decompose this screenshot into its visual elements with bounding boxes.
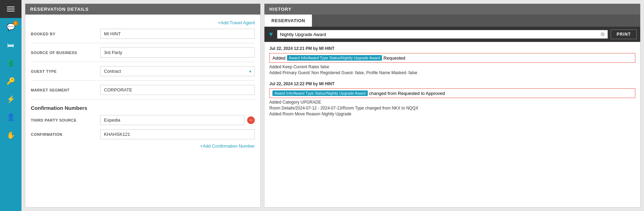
source-of-business-label: SOURCE OF BUSINESS [31, 51, 100, 55]
sidebar-item-keys[interactable]: 🔑 [0, 72, 21, 90]
reservation-details-header: RESERVATION DETAILS [25, 4, 260, 15]
person-icon: 👤 [7, 113, 15, 121]
sidebar-item-hand[interactable]: ✋ [0, 126, 21, 144]
history-body: Jul 22, 2024 12:21 PM by MI HINT Added A… [264, 42, 640, 207]
add-travel-agent-section: +Add Travel Agent [31, 20, 255, 25]
sidebar: 💬 1 🛏 💲 🔑 ⚡ 👤 ✋ [0, 0, 21, 211]
guest-type-value: Contract [100, 66, 255, 76]
market-segment-label: MARKET SEGMENT [31, 88, 100, 92]
history-entry-2-line-1: Added Category UPGRADE [269, 100, 635, 105]
main-content: RESERVATION DETAILS +Add Travel Agent BO… [21, 0, 644, 211]
history-filter-bar: ▼ ⊗ PRINT [264, 27, 640, 42]
history-tabs: RESERVATION [264, 15, 640, 27]
booked-by-label: BOOKED BY [31, 32, 100, 36]
add-confirmation-section: +Add Confirmation Number [31, 143, 255, 149]
history-entry-1-prefix: Added [272, 55, 286, 61]
guest-type-label: GUEST TYPE [31, 69, 100, 73]
history-entry-1-box: Added Award Info/Award Type Status/Night… [269, 53, 635, 63]
booked-by-input[interactable] [100, 29, 255, 39]
history-entry-2: Jul 22, 2024 12:22 PM by MI HINT Award I… [269, 81, 635, 116]
history-entry-1-tag: Award Info/Award Type Status/Nightly Upg… [287, 55, 382, 61]
lightning-icon: ⚡ [7, 95, 15, 103]
history-entry-2-line-2: Room Details/2024-07-12 - 2024-07-13/Roo… [269, 106, 635, 111]
guest-type-select[interactable]: Contract [100, 66, 255, 76]
third-party-source-label: THIRD PARTY SOURCE [31, 118, 100, 122]
history-entry-2-suffix: changed from Requested to Approved [369, 91, 445, 96]
confirmation-numbers-title: Confirmation Numbers [31, 105, 255, 111]
booked-by-row: BOOKED BY [31, 29, 255, 43]
filter-input-wrap: ⊗ [277, 30, 608, 39]
market-segment-input[interactable] [100, 85, 255, 95]
history-entry-1-line-2: Added Primary Guest/ Non Registered Gues… [269, 70, 635, 75]
history-entry-2-box: Award Info/Award Type Status/Nightly Upg… [269, 88, 635, 98]
reservation-panel-body: +Add Travel Agent BOOKED BY SOURCE OF BU… [25, 15, 260, 207]
history-entry-2-header: Jul 22, 2024 12:22 PM by MI HINT [269, 81, 635, 86]
history-entry-1-suffix: Requested [383, 55, 405, 61]
sidebar-item-billing[interactable]: 💲 [0, 54, 21, 72]
sidebar-item-alerts[interactable]: ⚡ [0, 90, 21, 108]
booked-by-value [100, 29, 255, 39]
hand-icon: ✋ [7, 131, 15, 139]
key-icon: 🔑 [7, 77, 15, 85]
market-segment-row: MARKET SEGMENT [31, 85, 255, 99]
confirmation-row: CONFIRMATION [31, 129, 255, 139]
history-entry-1-header: Jul 22, 2024 12:21 PM by MI HINT [269, 46, 635, 51]
add-travel-agent-link[interactable]: +Add Travel Agent [218, 20, 255, 25]
tab-reservation[interactable]: RESERVATION [264, 15, 312, 27]
third-party-source-input-wrap: − [100, 115, 255, 125]
add-confirmation-link[interactable]: +Add Confirmation Number [200, 143, 255, 149]
history-entry-2-line-3: Added Room Move Reason Nightly Upgrade [269, 112, 635, 116]
source-of-business-input[interactable] [100, 47, 255, 58]
tab-other[interactable] [312, 15, 326, 27]
reservation-panel: RESERVATION DETAILS +Add Travel Agent BO… [25, 3, 261, 208]
history-header: HISTORY [264, 4, 640, 15]
filter-clear-button[interactable]: ⊗ [600, 32, 605, 37]
source-of-business-row: SOURCE OF BUSINESS [31, 47, 255, 62]
history-entry-2-tag: Award Info/Award Type Status/Nightly Upg… [272, 90, 368, 96]
history-entry-1-line-1: Added Keep Current Rates false [269, 64, 635, 69]
history-entry-1: Jul 22, 2024 12:21 PM by MI HINT Added A… [269, 46, 635, 75]
sidebar-item-chat[interactable]: 💬 1 [0, 18, 21, 36]
bed-icon: 🛏 [7, 41, 14, 49]
sidebar-item-reservations[interactable]: 🛏 [0, 36, 21, 54]
third-party-source-input[interactable] [100, 115, 244, 125]
print-button[interactable]: PRINT [611, 29, 637, 39]
confirmation-input[interactable] [100, 129, 255, 139]
market-segment-value [100, 85, 255, 95]
guest-type-row: GUEST TYPE Contract [31, 66, 255, 81]
filter-input[interactable] [280, 32, 598, 37]
chat-badge: 1 [13, 21, 18, 26]
remove-third-party-button[interactable]: − [247, 116, 255, 124]
guest-type-select-wrapper: Contract [100, 66, 255, 76]
hamburger-icon [7, 7, 15, 11]
source-of-business-value [100, 47, 255, 58]
history-panel: HISTORY RESERVATION ▼ ⊗ PRINT Jul 22, 20… [264, 3, 641, 208]
sidebar-item-profile[interactable]: 👤 [0, 108, 21, 126]
dollar-icon: 💲 [7, 59, 15, 67]
third-party-source-row: THIRD PARTY SOURCE − [31, 115, 255, 125]
confirmation-label: CONFIRMATION [31, 132, 100, 137]
confirmation-input-wrap [100, 129, 255, 139]
menu-button[interactable] [0, 0, 21, 18]
filter-icon[interactable]: ▼ [268, 31, 274, 38]
